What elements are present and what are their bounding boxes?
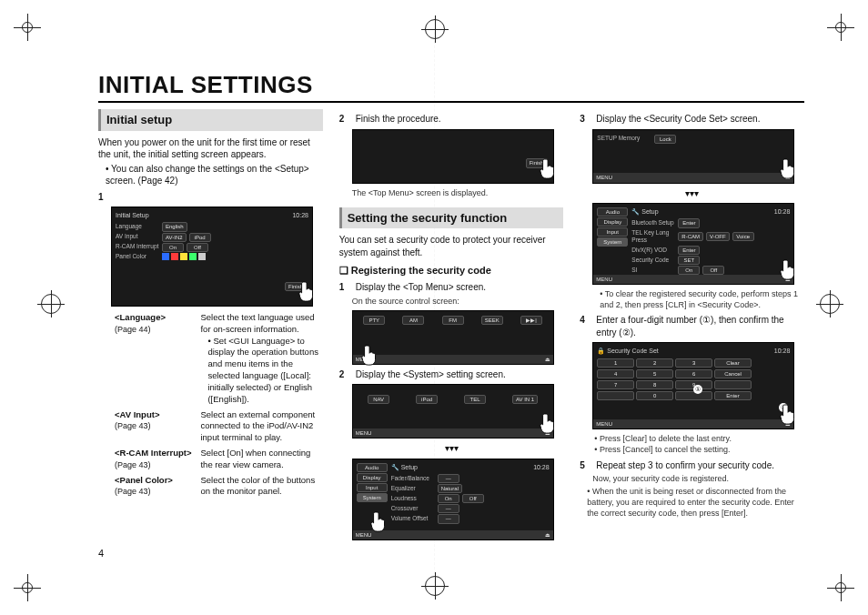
screenshot-setup-audio: Audio Display Input System 🔧 Setup10:28 … (352, 459, 554, 540)
note-press-cancel: Press [Cancel] to cancel the setting. (594, 444, 804, 455)
hand-pointer-icon (539, 412, 559, 436)
column-1: Initial setup When you power on the unit… (98, 109, 323, 560)
down-arrow-icon: ▾▾▾ (580, 187, 804, 200)
hand-pointer-icon (369, 510, 389, 534)
crop-mark-tl (9, 9, 45, 45)
step-5-text: Repeat step 3 to confirm your security c… (596, 459, 774, 472)
note-clear-code: To clear the registered security code, p… (600, 288, 804, 310)
hand-pointer-icon (360, 344, 380, 368)
crop-mark-br (823, 570, 859, 606)
page-number: 4 (98, 548, 104, 559)
hand-pointer-icon (298, 280, 318, 304)
def-term-rcam: <R-CAM Interrupt> (115, 448, 191, 458)
intro-text: When you power on the unit for the first… (98, 136, 323, 161)
top-menu-note: The <Top Menu> screen is displayed. (352, 187, 564, 198)
hand-pointer-icon (779, 157, 799, 181)
heading-security-function: Setting the security function (339, 207, 564, 229)
step-5-sub: Now, your security code is registered. (592, 473, 804, 484)
step-2-text: Finish the procedure. (356, 113, 441, 126)
screenshot-top-menu: NAV iPod TEL AV IN 1 MENU⏏ (352, 384, 554, 439)
def-term-language: <Language> (115, 312, 166, 322)
hand-pointer-icon (539, 157, 559, 181)
step-1-number: 1 (98, 191, 109, 204)
hand-pointer-icon (779, 258, 799, 282)
security-intro: You can set a security code to protect y… (339, 234, 564, 258)
crop-mark-bl (9, 570, 45, 606)
step-5-num: 5 (580, 459, 590, 472)
step-4-num: 4 (580, 314, 590, 338)
note-press-clear: Press [Clear] to delete the last entry. (594, 433, 804, 444)
screenshot-source-control: PTY AM FM SEEK ▶▶| MENU⏏ (352, 310, 554, 365)
step-3-num: 3 (580, 113, 590, 126)
screenshot-keypad: 🔒 Security Code Set10:28 123Clear 456Can… (592, 342, 794, 429)
sec-step-2-num: 2 (339, 368, 350, 381)
hand-pointer-icon (779, 403, 799, 427)
registration-mark-right (819, 293, 841, 315)
final-note: When the unit is being reset or disconne… (587, 486, 804, 519)
shot-title: Initial Setup (116, 211, 149, 219)
column-3: 3Display the <Security Code Set> screen.… (580, 109, 804, 560)
sec-step-1-num: 1 (339, 281, 350, 294)
heading-registering-code: ❏ Registering the security code (339, 264, 564, 277)
screenshot-initial-setup: Initial Setup10:28 LanguageEnglish AV In… (111, 207, 313, 307)
step-3-text: Display the <Security Code Set> screen. (596, 113, 760, 126)
registration-mark-bottom (424, 575, 446, 597)
shot-clock: 10:28 (292, 211, 308, 219)
step-4-text: Enter a four-digit number (①), then conf… (596, 314, 804, 338)
intro-bullet: You can also change the settings on the … (106, 163, 323, 187)
sec-step-1-text: Display the <Top Menu> screen. (356, 281, 486, 294)
step-2-number: 2 (339, 113, 350, 126)
def-term-avinput: <AV Input> (115, 409, 159, 419)
down-arrow-icon: ▾▾▾ (339, 442, 564, 455)
sec-step-1-sub: On the source control screen: (352, 296, 564, 307)
registration-mark-left (40, 293, 62, 315)
screenshot-setup-memory: SETUP MemoryLock MENU⏏ (592, 129, 794, 184)
def-term-panelcolor: <Panel Color> (115, 475, 173, 485)
registration-mark-top (424, 18, 446, 40)
screenshot-finish: Finish (352, 129, 554, 184)
definitions-table: <Language>(Page 44) Select the text lang… (111, 310, 323, 499)
heading-initial-setup: Initial setup (98, 109, 323, 131)
panel-color-swatches (162, 253, 206, 260)
sec-step-2-text: Display the <System> setting screen. (356, 368, 506, 381)
column-2: 2Finish the procedure. Finish The <Top M… (339, 109, 564, 560)
crop-mark-tr (823, 9, 859, 45)
screenshot-setup-system: Audio Display Input System 🔧 Setup10:28 … (592, 203, 794, 285)
